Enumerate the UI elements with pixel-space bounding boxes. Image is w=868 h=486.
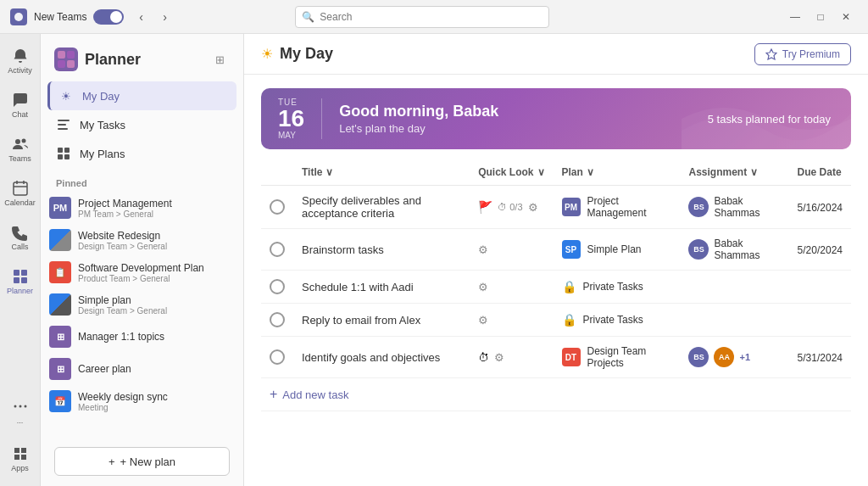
due-date-cell: 5/16/2024 [789,186,851,229]
settings-icon[interactable]: ⚙ [494,351,504,364]
table-row: Specify deliverables and acceptance crit… [261,186,851,229]
quick-look-cell: ⚙ [470,304,553,337]
new-plan-label: + New plan [120,455,175,468]
sidebar-item-chat[interactable]: Chat [3,85,37,126]
task-checkbox[interactable] [270,349,285,365]
settings-icon[interactable]: ⚙ [478,314,488,327]
svg-point-0 [14,13,23,21]
pinned-item-wr[interactable]: Website Redesign Design Team > General [41,224,243,256]
svg-rect-5 [21,270,27,276]
svg-point-2 [21,139,25,143]
nav-item-my-day[interactable]: ☀ My Day [47,81,236,110]
back-button[interactable]: ‹ [131,7,151,27]
task-check-cell [261,337,293,378]
plan-cell: DTDesign Team Projects [554,337,681,378]
sidebar-footer: + + New plan [41,437,243,486]
plan-icon: DT [562,348,581,366]
wds-icon: 📅 [49,390,71,412]
pinned-items-list: PM Project Management PM Team > General … [41,192,243,417]
settings-icon[interactable]: ⚙ [478,281,488,293]
forward-button[interactable]: › [154,7,175,27]
sp-name: Simple plan [78,294,167,306]
sidebar-item-planner[interactable]: Planner [3,261,37,302]
quick-look-cell: ⏱⚙ [470,337,553,378]
assignment-cell: BSAA+1 [680,337,788,378]
pinned-item-mit[interactable]: ⊞ Manager 1:1 topics [41,321,243,353]
banner-day-num: 16 [278,107,304,131]
maximize-button[interactable]: □ [809,5,832,29]
pinned-item-sp[interactable]: Simple plan Design Team > General [41,288,243,321]
plus-icon: + [270,387,277,402]
th-check [261,159,293,186]
task-title[interactable]: Specify deliverables and acceptance crit… [302,194,421,220]
new-teams-toggle[interactable] [93,9,124,25]
sdp-sub: Product Team > General [78,274,204,283]
close-button[interactable]: ✕ [834,5,858,29]
due-date-cell: 5/20/2024 [789,229,851,271]
sidebar-item-calls[interactable]: Calls [3,217,37,258]
sidebar-item-more[interactable]: ... [3,391,37,432]
task-checkbox[interactable] [270,199,285,215]
nav-item-my-tasks[interactable]: My Tasks [47,110,236,139]
plan-cell: 🔒Private Tasks [554,304,681,337]
avatar: BS [688,197,709,217]
apps-label: Apps [11,464,29,472]
pinned-item-cp[interactable]: ⊞ Career plan [41,353,243,385]
plan-icon: PM [562,198,581,216]
svg-rect-20 [64,148,70,153]
task-checkbox[interactable] [270,242,285,257]
mit-name: Manager 1:1 topics [78,331,164,343]
th-quick-look[interactable]: Quick Look ∨ [470,159,553,186]
planner-label: Planner [7,287,33,295]
premium-button[interactable]: Try Premium [754,43,851,65]
th-due-date[interactable]: Due Date [789,159,851,186]
pinned-item-pm[interactable]: PM Project Management PM Team > General [41,192,243,224]
mit-icon: ⊞ [49,326,71,348]
settings-icon[interactable]: ⚙ [528,201,538,214]
task-title[interactable]: Reply to email from Alex [302,314,420,327]
svg-rect-16 [58,120,70,121]
add-task-button[interactable]: + Add new task [270,387,348,402]
app-icon [10,8,27,25]
settings-icon[interactable]: ⚙ [478,243,488,256]
th-title[interactable]: Title ∨ [293,159,470,186]
sidebar-nav: ☀ My Day My Tasks My Plans [41,78,243,171]
sp-icon [49,293,71,316]
table-row: Brainstorm tasks⚙SPSimple PlanBSBabak Sh… [261,229,851,271]
svg-point-9 [19,405,21,408]
add-task-row: + Add new task [261,378,851,411]
search-input[interactable] [295,6,549,28]
clock-icon: ⏱ [478,351,489,364]
sidebar-item-apps[interactable]: Apps [3,439,37,479]
svg-rect-6 [14,277,19,283]
nav-item-my-plans[interactable]: My Plans [47,139,236,168]
svg-rect-18 [58,128,68,130]
quick-look-cell: 🚩⏱ 0/3⚙ [470,186,553,229]
pinned-item-wds[interactable]: 📅 Weekly design sync Meeting [41,385,243,417]
premium-label: Try Premium [782,48,840,60]
svg-rect-21 [58,154,63,159]
task-checkbox[interactable] [270,312,285,327]
task-title[interactable]: Identify goals and objectives [302,351,440,364]
pinned-item-sdp[interactable]: 📋 Software Development Plan Product Team… [41,256,243,288]
th-assignment[interactable]: Assignment ∨ [680,159,788,186]
svg-rect-7 [21,277,27,283]
assignee-name: Babak Shammas [714,195,780,219]
due-date: 5/31/2024 [798,352,843,364]
nav-arrows: ‹ › [131,7,175,27]
planner-logo-icon [54,47,78,71]
new-plan-button[interactable]: + + New plan [54,447,230,476]
minimize-button[interactable]: — [783,5,807,29]
plan-name: Private Tasks [583,314,643,326]
task-title[interactable]: Brainstorm tasks [302,243,384,256]
activity-label: Activity [8,66,32,75]
sidebar-item-teams[interactable]: Teams [3,129,37,170]
pm-name: Project Management [78,198,172,209]
sidebar-expand-button[interactable]: ⊞ [209,49,230,70]
task-checkbox[interactable] [270,279,285,294]
sidebar-item-activity[interactable]: Activity [3,41,37,81]
sidebar-item-calendar[interactable]: Calendar [3,173,37,214]
my-plans-label: My Plans [80,148,125,160]
task-title[interactable]: Schedule 1:1 with Aadi [302,281,414,293]
th-plan[interactable]: Plan ∨ [554,159,681,186]
